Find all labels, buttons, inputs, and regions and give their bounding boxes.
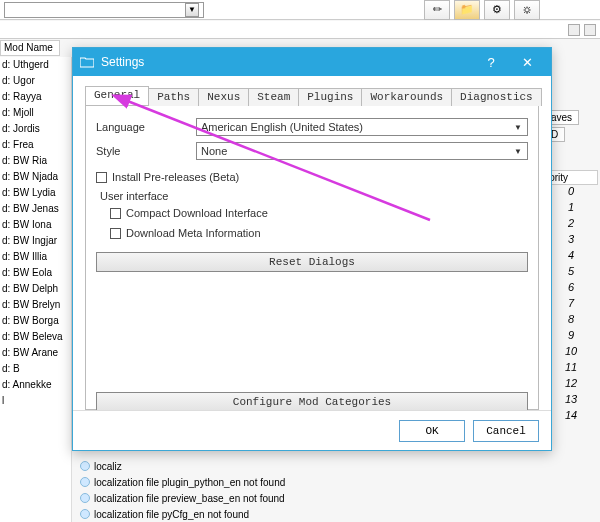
list-item[interactable]: d: BW Arane <box>0 345 71 361</box>
chevron-down-icon: ▼ <box>185 3 199 17</box>
list-item[interactable]: d: BW Beleva <box>0 329 71 345</box>
list-item[interactable]: d: BW Ria <box>0 153 71 169</box>
priority-cell: 8 <box>544 313 598 329</box>
toolbar-button-2[interactable]: 📁 <box>454 0 480 20</box>
list-item[interactable]: d: Mjoll <box>0 105 71 121</box>
bulb-icon <box>80 477 90 487</box>
close-icon: ✕ <box>522 55 533 70</box>
priority-cell: 6 <box>544 281 598 297</box>
toolbar-button-4[interactable]: ⛭ <box>514 0 540 20</box>
log-panel: localiz localization file plugin_python_… <box>80 458 590 522</box>
column-header-priority[interactable]: iority <box>544 170 598 185</box>
list-item[interactable]: d: Rayya <box>0 89 71 105</box>
log-text: localization file preview_base_en not fo… <box>94 493 285 504</box>
log-line: localiz <box>80 458 590 474</box>
list-item[interactable]: d: BW Jenas <box>0 201 71 217</box>
list-item[interactable]: d: Uthgerd <box>0 57 71 73</box>
tab-workarounds[interactable]: Workarounds <box>361 88 452 106</box>
list-item[interactable]: d: BW Brelyn <box>0 297 71 313</box>
tab-general[interactable]: General <box>85 86 149 105</box>
language-value: American English (United States) <box>201 121 363 133</box>
close-button[interactable]: ✕ <box>509 48 545 76</box>
log-line: localization file plugin_python_en not f… <box>80 474 590 490</box>
dialog-titlebar[interactable]: Settings ? ✕ <box>73 48 551 76</box>
bulb-icon <box>80 509 90 519</box>
install-prerelease-checkbox[interactable] <box>96 172 107 183</box>
compact-download-label: Compact Download Interface <box>126 207 268 219</box>
style-value: None <box>201 145 227 157</box>
priority-cell: 9 <box>544 329 598 345</box>
tab-strip: General Paths Nexus Steam Plugins Workar… <box>85 86 539 106</box>
settings-dialog: Settings ? ✕ General Paths Nexus Steam P… <box>72 47 552 451</box>
download-meta-checkbox[interactable] <box>110 228 121 239</box>
priority-cell: 10 <box>544 345 598 361</box>
user-interface-header: User interface <box>100 190 528 202</box>
mod-list: d: Uthgerd d: Ugor d: Rayya d: Mjoll d: … <box>0 57 72 522</box>
priority-cell: 3 <box>544 233 598 249</box>
list-item[interactable]: d: Jordis <box>0 121 71 137</box>
log-text: localization file pyCfg_en not found <box>94 509 249 520</box>
priority-cell: 14 <box>544 409 598 425</box>
list-item[interactable]: d: BW Borga <box>0 313 71 329</box>
log-line: localization file pyCfg_en not found <box>80 506 590 522</box>
priority-cell: 5 <box>544 265 598 281</box>
tab-paths[interactable]: Paths <box>148 88 199 106</box>
priority-cell: 4 <box>544 249 598 265</box>
gear-icon: ⚙ <box>492 3 502 16</box>
list-item[interactable]: d: Ugor <box>0 73 71 89</box>
list-item[interactable]: d: BW Ingjar <box>0 233 71 249</box>
tool-icon: ⛭ <box>522 4 533 16</box>
tab-pane-general: Language American English (United States… <box>85 106 539 410</box>
dialog-footer: OK Cancel <box>73 410 551 450</box>
toolbar-button-1[interactable]: ✏ <box>424 0 450 20</box>
tab-steam[interactable]: Steam <box>248 88 299 106</box>
configure-categories-button[interactable]: Configure Mod Categories <box>96 392 528 412</box>
profile-combo[interactable]: ▼ <box>4 2 204 18</box>
install-prerelease-label: Install Pre-releases (Beta) <box>112 171 239 183</box>
list-item[interactable]: d: BW Illia <box>0 249 71 265</box>
log-text: localiz <box>94 461 122 472</box>
compact-download-checkbox[interactable] <box>110 208 121 219</box>
cancel-button[interactable]: Cancel <box>473 420 539 442</box>
priority-cell: 12 <box>544 377 598 393</box>
list-item[interactable]: d: BW Delph <box>0 281 71 297</box>
ok-button[interactable]: OK <box>399 420 465 442</box>
priority-cell: 2 <box>544 217 598 233</box>
toolbar-button-3[interactable]: ⚙ <box>484 0 510 20</box>
log-text: localization file plugin_python_en not f… <box>94 477 285 488</box>
priority-cell: 13 <box>544 393 598 409</box>
list-item[interactable]: d: BW Eola <box>0 265 71 281</box>
mini-button-2[interactable] <box>584 24 596 36</box>
reset-dialogs-button[interactable]: Reset Dialogs <box>96 252 528 272</box>
list-item[interactable]: d: B <box>0 361 71 377</box>
folder-icon <box>79 54 95 70</box>
style-label: Style <box>96 145 196 157</box>
list-item[interactable]: d: BW Lydia <box>0 185 71 201</box>
column-header-modname[interactable]: Mod Name <box>0 40 60 56</box>
tab-diagnostics[interactable]: Diagnostics <box>451 88 542 106</box>
list-item[interactable]: d: Annekke <box>0 377 71 393</box>
tab-nexus[interactable]: Nexus <box>198 88 249 106</box>
bulb-icon <box>80 461 90 471</box>
style-select[interactable]: None ▼ <box>196 142 528 160</box>
tab-plugins[interactable]: Plugins <box>298 88 362 106</box>
priority-cell: 1 <box>544 201 598 217</box>
folder-icon: 📁 <box>460 3 474 16</box>
chevron-down-icon: ▼ <box>511 144 525 158</box>
priority-cell: 7 <box>544 297 598 313</box>
list-item[interactable]: d: BW Iona <box>0 217 71 233</box>
list-item[interactable]: d: Frea <box>0 137 71 153</box>
download-meta-label: Download Meta Information <box>126 227 261 239</box>
language-select[interactable]: American English (United States) ▼ <box>196 118 528 136</box>
language-label: Language <box>96 121 196 133</box>
main-toolbar: ▼ ✏ 📁 ⚙ ⛭ <box>0 0 600 20</box>
wand-icon: ✏ <box>433 3 442 16</box>
chevron-down-icon: ▼ <box>511 120 525 134</box>
priority-cell: 11 <box>544 361 598 377</box>
mini-button-1[interactable] <box>568 24 580 36</box>
list-item[interactable]: l <box>0 393 71 409</box>
list-item[interactable]: d: BW Njada <box>0 169 71 185</box>
log-line: localization file preview_base_en not fo… <box>80 490 590 506</box>
right-column: aves D iority 0 1 2 3 4 5 6 7 8 9 10 11 … <box>544 110 598 425</box>
help-button[interactable]: ? <box>473 48 509 76</box>
